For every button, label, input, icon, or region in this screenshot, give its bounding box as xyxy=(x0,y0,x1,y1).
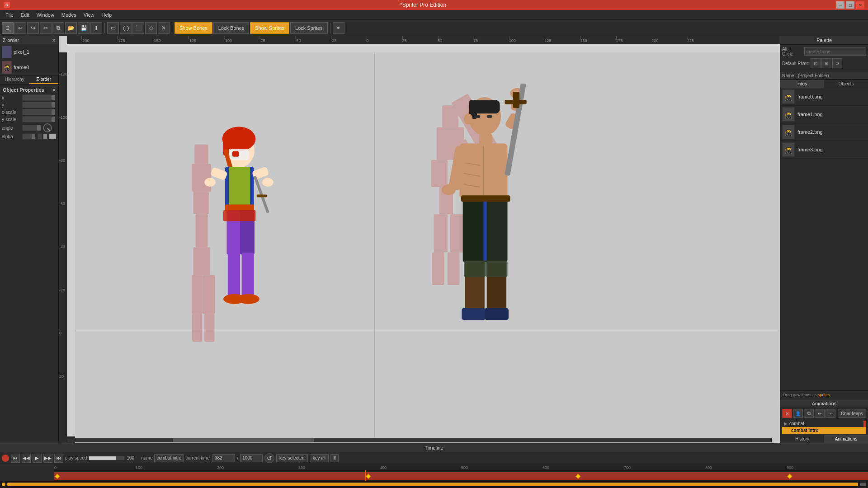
list-item-frame2[interactable]: 🥷 frame2.png xyxy=(780,123,868,141)
prop-xscale-label: x-scale xyxy=(2,110,22,115)
speed-value: 100 xyxy=(127,455,139,460)
tab-zorder[interactable]: Z-order xyxy=(29,75,59,84)
obj-properties-close[interactable]: ✕ xyxy=(52,88,56,93)
play-back-btn[interactable]: ◀◀ xyxy=(22,454,31,463)
anim-delete-btn[interactable]: ✕ xyxy=(782,409,792,418)
ruler-tick: -150 xyxy=(152,38,160,43)
menu-view[interactable]: View xyxy=(80,11,98,19)
pivot-btn-2[interactable]: ⊞ xyxy=(821,58,831,68)
copy-button[interactable]: ⧉ xyxy=(52,22,64,34)
anim-group-combat[interactable]: ▶ combat xyxy=(782,420,866,427)
h-scroll-thumb[interactable] xyxy=(173,438,314,442)
lock-sprites-button[interactable]: Lock Sprites xyxy=(290,22,328,34)
prop-yscale-slider[interactable] xyxy=(22,116,56,122)
svg-rect-16 xyxy=(229,167,250,206)
list-item-frame0[interactable]: 🥷 frame0.png xyxy=(780,88,868,106)
z-order-close[interactable]: ✕ xyxy=(52,38,56,43)
menu-modes[interactable]: Modes xyxy=(58,11,80,19)
anim-toolbar: ✕ 👤 ⧉ ✏ ⋯ Char Maps xyxy=(780,408,868,419)
drag-hint-label: Drag new items as xyxy=(783,393,817,397)
menu-help[interactable]: Help xyxy=(98,11,116,19)
save-button[interactable]: 💾 xyxy=(78,22,90,34)
anim-sub-combat-intro[interactable]: combat intro xyxy=(782,427,866,434)
prop-y-slider[interactable] xyxy=(22,102,56,108)
h-scroll-track[interactable] xyxy=(67,438,772,442)
z-order-item-pixel[interactable]: pixel_1 xyxy=(0,44,58,60)
sprite-thumb-pixel xyxy=(2,46,12,58)
loop-button[interactable]: ↺ xyxy=(264,453,274,463)
pivot-btn-refresh[interactable]: ↺ xyxy=(832,58,842,68)
minimize-button[interactable]: ─ xyxy=(836,1,844,9)
pivot-btn-1[interactable]: ⊡ xyxy=(811,58,821,68)
char-maps-button[interactable]: Char Maps xyxy=(838,409,866,418)
tab-animations[interactable]: Animations xyxy=(824,435,868,443)
x-tool[interactable]: ✕ xyxy=(158,22,170,34)
prop-alpha-slider[interactable] xyxy=(22,133,36,140)
box-tool[interactable]: ⬛ xyxy=(132,22,144,34)
tab-files[interactable]: Files xyxy=(780,80,824,88)
play-btn[interactable]: ▶ xyxy=(33,454,42,463)
redo-button[interactable]: ↪ xyxy=(27,22,39,34)
anim-add-btn[interactable]: 👤 xyxy=(793,409,803,418)
z-order-header: Z-order ✕ xyxy=(0,36,58,44)
drag-hint-type: sprites xyxy=(818,393,830,397)
tab-objects[interactable]: Objects xyxy=(824,80,868,88)
sprite-preview-frame1: 🥷 xyxy=(782,107,795,122)
svg-rect-39 xyxy=(432,253,444,285)
maximize-button[interactable]: □ xyxy=(846,1,854,9)
tl-tick-600: 600 xyxy=(542,465,549,470)
undo-button[interactable]: ↩ xyxy=(14,22,26,34)
ellipse-tool[interactable]: ◯ xyxy=(120,22,132,34)
play-fwd-btn[interactable]: ▶▶ xyxy=(43,454,52,463)
key-all-button[interactable]: key all xyxy=(310,454,329,462)
horizontal-scrollbar[interactable] xyxy=(59,436,780,443)
snap-button[interactable]: ⊕ xyxy=(333,22,344,34)
prop-x-slider[interactable] xyxy=(22,94,56,101)
cut-button[interactable]: ✂ xyxy=(40,22,52,34)
prop-xscale-slider[interactable] xyxy=(22,109,56,115)
menu-window[interactable]: Window xyxy=(33,11,58,19)
tab-history[interactable]: History xyxy=(780,435,824,443)
ruler-tick: 175 xyxy=(616,38,623,43)
svg-rect-37 xyxy=(434,215,448,253)
close-button[interactable]: ✕ xyxy=(856,1,864,9)
diamond-tool[interactable]: ◇ xyxy=(145,22,157,34)
current-time-input[interactable] xyxy=(212,454,235,462)
timeline-track[interactable] xyxy=(54,470,868,481)
col-folder: (Project Folder) xyxy=(798,73,829,78)
anim-copy-btn[interactable]: ⧉ xyxy=(804,409,814,418)
speed-bar[interactable] xyxy=(89,456,125,460)
show-bones-button[interactable]: Show Bones xyxy=(175,22,212,34)
create-bone-input[interactable] xyxy=(804,47,866,56)
menu-file[interactable]: File xyxy=(2,11,17,19)
canvas-viewport[interactable] xyxy=(75,52,780,443)
open-button[interactable]: 📂 xyxy=(65,22,77,34)
z-order-item-frame[interactable]: 🥷 frame0 xyxy=(0,60,58,75)
anim-active-indicator xyxy=(863,421,866,427)
lock-bones-button[interactable]: Lock Bones xyxy=(213,22,249,34)
menu-edit[interactable]: Edit xyxy=(17,11,33,19)
rect-tool[interactable]: ▭ xyxy=(107,22,119,34)
play-back-start-btn[interactable]: ⏮ xyxy=(11,454,20,463)
anim-extra-btn[interactable]: ⋯ xyxy=(826,409,835,418)
timeline-playhead[interactable] xyxy=(365,470,366,481)
list-item-frame1[interactable]: 🥷 frame1.png xyxy=(780,106,868,123)
key-icon-button[interactable]: ⧖ xyxy=(330,454,339,462)
tab-hierarchy[interactable]: Hierarchy xyxy=(0,75,29,84)
show-sprites-button[interactable]: Show Sprites xyxy=(250,22,289,34)
ruler-tick-v: 0 xyxy=(59,331,61,335)
prop-y-label: y xyxy=(2,103,22,108)
prop-angle-circle[interactable] xyxy=(43,123,52,132)
tl-bottom-bar[interactable] xyxy=(7,483,858,486)
prop-angle-slider[interactable] xyxy=(22,125,41,131)
ruler-tick: -50 xyxy=(295,38,301,43)
total-time-input[interactable] xyxy=(240,454,263,462)
z-order-item-label: pixel_1 xyxy=(14,49,29,55)
export-button[interactable]: ⬆ xyxy=(90,22,102,34)
new-button[interactable]: 🗋 xyxy=(2,22,14,34)
record-button[interactable] xyxy=(2,455,9,462)
play-fwd-end-btn[interactable]: ⏭ xyxy=(54,454,63,463)
tl-tick-300: 300 xyxy=(298,465,305,470)
list-item-frame3[interactable]: 🥷 frame3.png xyxy=(780,141,868,159)
anim-rename-btn[interactable]: ✏ xyxy=(815,409,825,418)
